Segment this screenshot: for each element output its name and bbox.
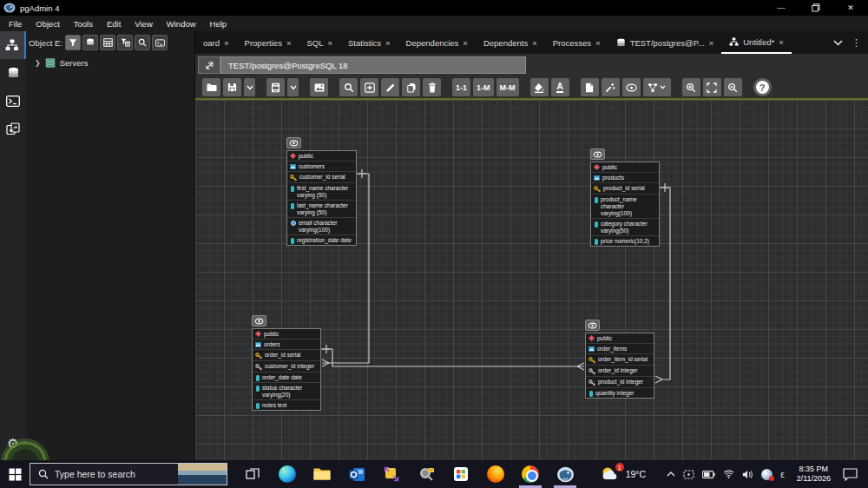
taskbar-clock[interactable]: 8:35 PM 2/11/2026	[797, 465, 831, 484]
activity-query-tool[interactable]	[0, 59, 26, 87]
tab-dependencies[interactable]: Dependencies×	[398, 31, 476, 54]
text-color-button[interactable]: A	[551, 78, 569, 96]
menu-object[interactable]: Object	[29, 19, 66, 29]
onedrive-status-icon[interactable]	[761, 469, 773, 480]
snip-sketch-button[interactable]	[382, 465, 401, 484]
psql-tool-button[interactable]	[152, 35, 168, 50]
outlook-button[interactable]	[347, 465, 366, 484]
open-project-button[interactable]	[202, 78, 220, 96]
battery-icon[interactable]	[702, 471, 715, 478]
tab-close-icon[interactable]: ×	[463, 38, 468, 48]
firefox-button[interactable]	[486, 465, 505, 484]
menu-tools[interactable]: Tools	[67, 19, 100, 29]
task-view-button[interactable]	[243, 465, 262, 484]
search-highlight-thumbnail[interactable]	[178, 464, 227, 485]
wifi-icon[interactable]	[723, 470, 734, 478]
generate-sql-button[interactable]	[266, 78, 285, 96]
tree-item-servers[interactable]: ❯ Servers	[26, 54, 194, 71]
one-to-many-button[interactable]: 1-M	[473, 78, 494, 96]
weather-widget[interactable]: 1 19°C	[600, 465, 646, 483]
tab-close-icon[interactable]: ×	[286, 38, 292, 48]
zoom-out-button[interactable]	[724, 78, 742, 96]
activity-psql-terminal[interactable]	[0, 87, 26, 115]
add-table-button[interactable]	[360, 78, 378, 96]
erd-node-orders[interactable]: publicordersorder_id serialcustomer_id i…	[252, 328, 321, 411]
activity-object-explorer[interactable]	[0, 31, 26, 59]
zoom-in-button[interactable]	[682, 78, 700, 96]
table-node[interactable]: publicproductsproduct_id serialproduct_n…	[590, 162, 660, 247]
table-node[interactable]: publiccustomerscustomer_id serialfirst_n…	[286, 150, 357, 246]
file-explorer-button[interactable]	[312, 465, 332, 484]
filter-button[interactable]	[65, 35, 81, 50]
node-details-toggle[interactable]	[590, 148, 605, 160]
zoom-to-fit-button[interactable]	[703, 78, 721, 96]
edge-button[interactable]	[278, 465, 297, 484]
menu-file[interactable]: File	[2, 19, 29, 29]
node-details-toggle[interactable]	[286, 137, 301, 148]
pgadmin-taskbar-button[interactable]	[556, 465, 575, 484]
tab-close-icon[interactable]: ×	[779, 37, 784, 47]
database-filter-button[interactable]	[82, 35, 98, 50]
tab-close-icon[interactable]: ×	[385, 38, 391, 48]
connection-combo[interactable]: TEST/postgres@PostgreSQL 18	[220, 56, 526, 74]
node-details-toggle[interactable]	[252, 315, 266, 326]
chrome-button[interactable]	[521, 465, 540, 484]
cardinality-notation-button[interactable]	[643, 78, 671, 96]
tab-test-postgres-p-[interactable]: TEST/postgres@P...×	[608, 31, 722, 54]
microsoft-store-button[interactable]	[451, 465, 470, 484]
minimize-button[interactable]: —	[764, 0, 799, 16]
tray-language-indicator[interactable]: ε	[780, 470, 784, 479]
volume-icon[interactable]	[742, 470, 753, 479]
edit-table-button[interactable]	[381, 78, 399, 96]
tab-close-icon[interactable]: ×	[595, 38, 601, 48]
help-button[interactable]: ?	[753, 78, 772, 96]
settings-gear-icon[interactable]: ⚙	[0, 436, 26, 452]
device-icon[interactable]	[683, 470, 694, 479]
erd-node-products[interactable]: publicproductsproduct_id serialproduct_n…	[590, 162, 660, 247]
connection-status-button[interactable]	[198, 56, 220, 74]
save-menu-button[interactable]	[244, 78, 255, 96]
one-to-one-button[interactable]: 1-1	[452, 78, 470, 96]
tab-close-icon[interactable]: ×	[532, 38, 537, 48]
auto-align-button[interactable]	[602, 78, 620, 96]
menu-window[interactable]: Window	[160, 19, 203, 29]
tab-close-icon[interactable]: ×	[327, 38, 332, 48]
filter-table-button[interactable]	[117, 35, 133, 50]
menu-view[interactable]: View	[128, 19, 159, 29]
restore-button[interactable]	[799, 0, 833, 16]
tab-list-chevron-icon[interactable]	[833, 40, 843, 46]
tab-close-icon[interactable]: ×	[224, 38, 229, 48]
erd-node-customers[interactable]: publiccustomerscustomer_id serialfirst_n…	[286, 150, 357, 246]
tab-statistics[interactable]: Statistics×	[340, 31, 398, 54]
node-details-toggle[interactable]	[585, 320, 600, 331]
save-project-button[interactable]	[223, 78, 241, 96]
close-button[interactable]: ✕	[833, 0, 868, 16]
notification-center-button[interactable]	[843, 468, 858, 481]
tab-properties[interactable]: Properties×	[237, 31, 299, 54]
add-note-button[interactable]	[581, 78, 599, 96]
tab-sql[interactable]: SQL×	[299, 31, 340, 54]
menu-help[interactable]: Help	[203, 19, 234, 29]
search-input[interactable]	[55, 469, 155, 479]
mail-search-button[interactable]	[417, 465, 436, 484]
table-grid-button[interactable]	[100, 35, 115, 50]
expand-chevron-icon[interactable]: ❯	[35, 59, 41, 67]
show-details-button[interactable]	[622, 78, 641, 96]
table-node[interactable]: publicordersorder_id serialcustomer_id i…	[252, 328, 321, 411]
tab-untitled-[interactable]: Untitled*×	[721, 31, 791, 54]
taskbar-search[interactable]	[30, 463, 227, 485]
table-node[interactable]: publicorder_itemsorder_item_id serialord…	[585, 333, 654, 399]
tab-close-icon[interactable]: ×	[709, 38, 714, 48]
erd-canvas[interactable]: publiccustomerscustomer_id serialfirst_n…	[195, 100, 868, 460]
search-button[interactable]	[339, 78, 358, 96]
drop-table-button[interactable]	[423, 78, 441, 96]
activity-schema-diff[interactable]	[0, 115, 26, 142]
tray-expand-icon[interactable]	[667, 472, 675, 477]
clone-table-button[interactable]	[402, 78, 420, 96]
tab-oard[interactable]: oard×	[195, 31, 237, 54]
fill-color-button[interactable]	[530, 78, 549, 96]
menu-edit[interactable]: Edit	[100, 19, 128, 29]
tab-processes[interactable]: Processes×	[545, 31, 608, 54]
erd-node-order_items[interactable]: publicorder_itemsorder_item_id serialord…	[585, 333, 654, 399]
search-objects-button[interactable]	[135, 35, 150, 50]
